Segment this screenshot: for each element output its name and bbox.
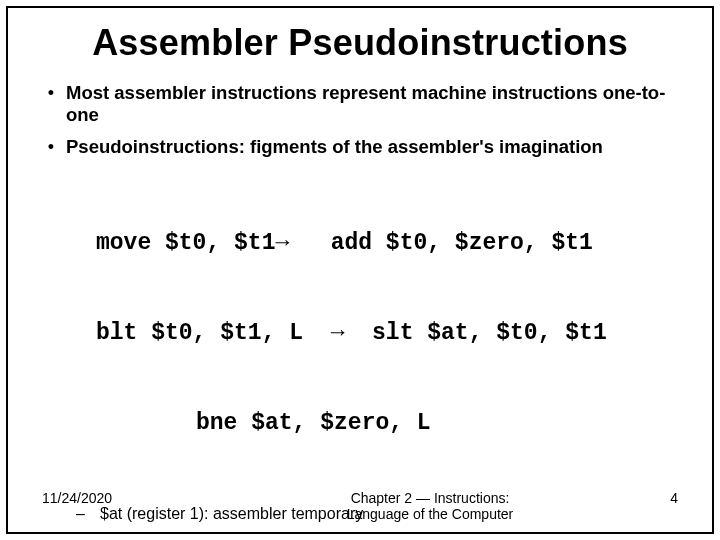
code-line-3: bne $at, $zero, L: [196, 408, 684, 438]
bullet-text: Pseudoinstructions: figments of the asse…: [66, 136, 603, 158]
code-line-1: move $t0, $t1→ add $t0, $zero, $t1: [96, 228, 684, 258]
bullet-dot-icon: •: [36, 82, 66, 126]
bullet-text: Most assembler instructions represent ma…: [66, 82, 684, 126]
bullet-dot-icon: •: [36, 136, 66, 158]
bullet-list: • Most assembler instructions represent …: [36, 82, 684, 524]
slide-frame: Assembler Pseudoinstructions • Most asse…: [6, 6, 714, 534]
footer-chapter-line2: Language of the Computer: [347, 506, 514, 522]
footer-page-number: 4: [618, 490, 678, 506]
bullet-item-1: • Most assembler instructions represent …: [36, 82, 684, 126]
slide-footer: 11/24/2020 Chapter 2 — Instructions: Lan…: [8, 490, 712, 522]
slide-title: Assembler Pseudoinstructions: [8, 22, 712, 64]
footer-date: 11/24/2020: [42, 490, 242, 506]
code-block: move $t0, $t1→ add $t0, $zero, $t1 blt $…: [96, 168, 684, 498]
code-line-2: blt $t0, $t1, L → slt $at, $t0, $t1: [96, 318, 684, 348]
footer-chapter: Chapter 2 — Instructions: Language of th…: [242, 490, 618, 522]
footer-chapter-line1: Chapter 2 — Instructions:: [351, 490, 510, 506]
bullet-item-2: • Pseudoinstructions: figments of the as…: [36, 136, 684, 158]
